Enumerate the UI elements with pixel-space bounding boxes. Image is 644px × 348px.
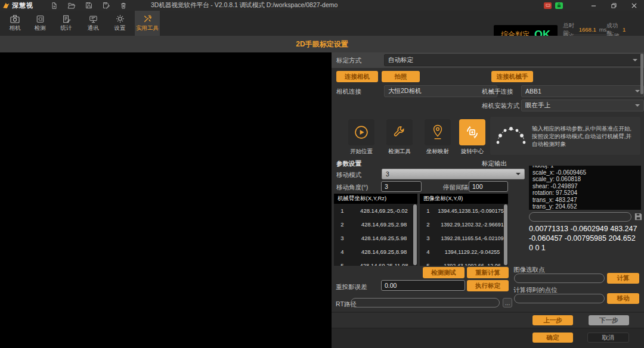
output-line: trans_x: 483.247 bbox=[532, 197, 641, 204]
output-scrollbar[interactable] bbox=[640, 54, 643, 94]
arc-path-diagram-icon bbox=[495, 123, 527, 148]
toolbar-item-camera[interactable]: 相机 bbox=[2, 11, 27, 36]
main-toolbar: 相机 检测 统计 通讯 设置 bbox=[0, 11, 644, 36]
step-rotation-center[interactable] bbox=[459, 119, 485, 145]
calibration-output-box[interactable]: ndobj: 1scale_x: -0.0609465scale_y: 0.06… bbox=[529, 166, 641, 210]
metrics-divider bbox=[564, 35, 617, 35]
output-line: scale_x: -0.0609465 bbox=[532, 169, 641, 176]
success-count-value: 1 bbox=[623, 26, 643, 33]
connect-robot-button[interactable]: 连接机械手 bbox=[491, 71, 533, 82]
table-row[interactable]: 5 1392.43,1092.66,-12.06 bbox=[420, 259, 508, 266]
robot-conn-select[interactable]: ABB1 bbox=[521, 85, 644, 97]
result-point-label: 计算得到的点位 bbox=[513, 286, 558, 294]
step-coord-mapping[interactable] bbox=[425, 119, 451, 145]
move-mode-select[interactable]: 3 bbox=[382, 169, 525, 179]
move-button[interactable]: 移动 bbox=[607, 293, 639, 304]
reprojection-error-input[interactable] bbox=[381, 280, 465, 291]
table-row[interactable]: 5 428.14,69.25,11.98 bbox=[334, 259, 417, 266]
save-as-icon[interactable] bbox=[102, 2, 110, 10]
stats-icon bbox=[62, 15, 71, 23]
step-label-detect: 检测工具 bbox=[382, 148, 417, 156]
image-pick-point-input[interactable] bbox=[514, 274, 605, 283]
toolbar-item-detect[interactable]: 检测 bbox=[27, 11, 52, 36]
restore-button[interactable] bbox=[603, 0, 624, 11]
table-row[interactable]: 2 1392.29,1202.32,-2.96691 bbox=[420, 218, 508, 231]
move-mode-label: 移动模式 bbox=[336, 171, 361, 179]
execute-calibration-button[interactable]: 执行标定 bbox=[467, 280, 509, 291]
step-detect-tool[interactable] bbox=[386, 119, 413, 145]
window-title: 3D机器视觉软件平台 - V2.0.8.1 调试模式 D:/workspace/… bbox=[151, 1, 338, 10]
output-line: rotation: 97.5204 bbox=[532, 189, 641, 197]
chevron-down-icon bbox=[516, 173, 521, 175]
output-save-input[interactable] bbox=[529, 212, 631, 222]
browse-more-button[interactable]: ... bbox=[503, 298, 512, 307]
matrix-line: 0.00771313 -0.0602949 483.247 bbox=[529, 224, 642, 234]
settings-icon bbox=[116, 14, 125, 23]
open-folder-icon[interactable] bbox=[67, 2, 75, 10]
table-row[interactable]: 1 428.14,69.25,-0.02 bbox=[334, 204, 417, 218]
toolbar-item-tools[interactable]: 实用工具 bbox=[135, 11, 160, 36]
minimize-button[interactable] bbox=[583, 0, 603, 11]
ok-button[interactable]: 确定 bbox=[532, 333, 573, 343]
transform-matrix: 0.00771313 -0.0602949 483.247-0.060457 -… bbox=[529, 224, 642, 253]
connect-camera-button[interactable]: 连接相机 bbox=[336, 71, 378, 82]
lock-status-green-icon bbox=[555, 2, 563, 9]
pin-icon bbox=[430, 124, 445, 141]
rt-path-input[interactable] bbox=[351, 298, 500, 307]
camera-icon bbox=[10, 15, 20, 23]
result-point-input[interactable] bbox=[514, 294, 605, 303]
logo-icon bbox=[2, 2, 10, 10]
total-time-value: 1668.1 bbox=[579, 26, 599, 33]
output-line: shear: -0.249897 bbox=[532, 183, 641, 190]
app-window: 深慧视 3D机器视觉软件平台 - V2.0.8.1 调试模式 D:/worksp… bbox=[0, 0, 644, 348]
image-table-scrollbar[interactable] bbox=[504, 204, 507, 265]
snapshot-button[interactable]: 拍照 bbox=[382, 71, 420, 82]
toolbar-item-settings[interactable]: 设置 bbox=[107, 11, 132, 36]
robot-table-scrollbar[interactable] bbox=[413, 204, 417, 265]
robot-table-body[interactable]: 1 428.14,69.25,-0.02 2 428.14,69.25,2.98… bbox=[334, 204, 417, 266]
chevron-down-icon bbox=[635, 90, 640, 92]
params-section-title: 参数设置 bbox=[336, 160, 361, 168]
save-output-icon[interactable] bbox=[634, 212, 643, 221]
close-button[interactable] bbox=[624, 0, 644, 11]
mount-select[interactable]: 眼在手上 bbox=[521, 100, 644, 111]
next-step-button[interactable]: 下一步 bbox=[589, 315, 629, 325]
calculate-button[interactable]: 计算 bbox=[607, 273, 639, 284]
reprojection-error-label: 重投影误差 bbox=[336, 283, 367, 291]
new-file-icon[interactable] bbox=[50, 2, 58, 10]
delete-icon[interactable] bbox=[119, 2, 127, 10]
step-label-mapping: 坐标映射 bbox=[420, 148, 456, 156]
recalculate-button[interactable]: 重新计算 bbox=[467, 267, 509, 278]
toolbar-item-comm[interactable]: 通讯 bbox=[80, 11, 106, 36]
table-row[interactable]: 1 1394.45,1238.15,-0.0901753 bbox=[420, 204, 508, 218]
table-row[interactable]: 2 428.14,69.25,2.98 bbox=[334, 218, 417, 231]
image-viewport[interactable] bbox=[0, 52, 332, 348]
output-line: trans_y: 204.652 bbox=[532, 203, 641, 210]
image-table-body[interactable]: 1 1394.45,1238.15,-0.0901753 2 1392.29,1… bbox=[420, 204, 508, 266]
previous-step-button[interactable]: 上一步 bbox=[532, 315, 573, 325]
output-section-title: 标定输出 bbox=[482, 160, 507, 168]
step-hint-text: 输入相应的移动参数,从中间基准点开始,按照设定的移动模式,自动运行机械臂,并自动… bbox=[532, 125, 636, 148]
image-coord-table: 图像坐标(X,Y,θ) 1 1394.45,1238.15,-0.0901753… bbox=[420, 194, 508, 266]
step-label-start: 开始位置 bbox=[343, 148, 379, 156]
tools-icon bbox=[143, 14, 152, 23]
table-row[interactable]: 3 1392.28,1165.54,-6.02109 bbox=[420, 231, 508, 245]
camera-conn-select[interactable]: 大恒2D相机 bbox=[384, 85, 497, 97]
detect-test-button[interactable]: 检测测试 bbox=[423, 267, 465, 278]
output-line: scale_y: 0.060818 bbox=[532, 176, 641, 183]
dwell-input[interactable] bbox=[469, 181, 508, 192]
table-row[interactable]: 4 1394,1129.22,-9.04255 bbox=[420, 245, 508, 259]
save-icon[interactable] bbox=[85, 2, 92, 10]
method-select[interactable]: 自动标定 bbox=[384, 54, 642, 66]
move-angle-input[interactable] bbox=[381, 181, 422, 192]
step-start-position[interactable] bbox=[348, 119, 374, 145]
cancel-button[interactable]: 取消 bbox=[587, 333, 629, 343]
total-time-unit: ms bbox=[599, 26, 607, 33]
table-row[interactable]: 4 428.14,69.25,8.98 bbox=[334, 245, 417, 259]
titlebar: 深慧视 3D机器视觉软件平台 - V2.0.8.1 调试模式 D:/worksp… bbox=[0, 0, 644, 11]
separator bbox=[332, 312, 644, 313]
device-status-red-icon bbox=[544, 2, 552, 9]
detect-icon bbox=[36, 15, 45, 23]
toolbar-item-stats[interactable]: 统计 bbox=[54, 11, 79, 36]
table-row[interactable]: 3 428.14,69.25,5.98 bbox=[334, 231, 417, 245]
